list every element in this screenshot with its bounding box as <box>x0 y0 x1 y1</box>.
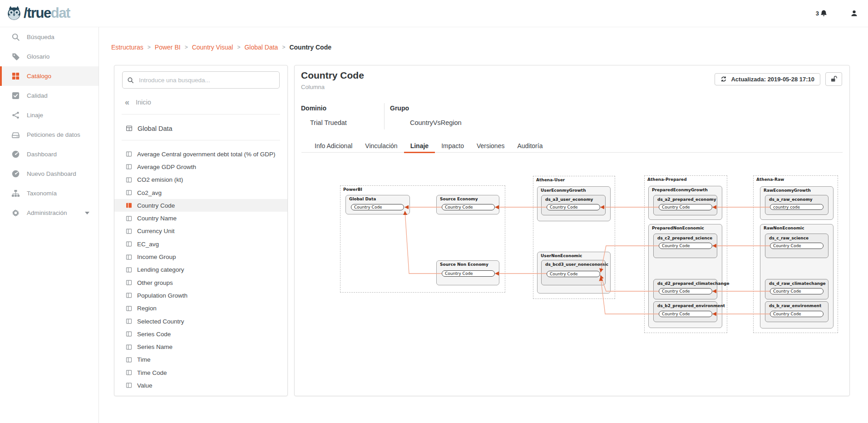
user-menu-button[interactable] <box>850 10 858 17</box>
columns-icon <box>126 305 132 312</box>
column-list: Average Central government debt total (%… <box>114 148 287 392</box>
logo-name-light: dat <box>51 5 70 21</box>
lineage-field-pill[interactable]: Country Code <box>659 243 712 249</box>
column-item-other-groups[interactable]: Other groups <box>114 276 287 289</box>
column-item-label: Population Growth <box>137 292 190 299</box>
topbar-actions: 3 <box>816 0 858 27</box>
notifications-button[interactable]: 3 <box>816 10 828 17</box>
lineage-field-pill[interactable]: Country Code <box>659 204 712 210</box>
lineage-field-pill[interactable]: Country Code <box>442 204 495 210</box>
lineage-field-pill[interactable]: Country Code <box>659 288 712 294</box>
breadcrumb-current: Country Code <box>289 44 331 51</box>
column-item-currency-unit[interactable]: Currency Unit <box>114 225 287 238</box>
search-icon <box>11 33 20 41</box>
column-item-series-code[interactable]: Series Code <box>114 328 287 340</box>
column-item-income-group[interactable]: Income Group <box>114 250 287 263</box>
structure-search-box <box>122 71 280 89</box>
column-item-selected-country[interactable]: Selected Country <box>114 315 287 328</box>
columns-icon <box>126 292 132 299</box>
columns-icon <box>126 279 132 286</box>
column-item-lending-category[interactable]: Lending category <box>114 264 287 276</box>
sidebar-item-administracion[interactable]: Administración <box>0 203 99 223</box>
lineage-field-pill[interactable]: Country Code <box>659 311 712 317</box>
column-item-label: Value <box>137 382 155 389</box>
column-item-time[interactable]: Time <box>114 353 287 366</box>
column-item-ec-avg[interactable]: EC_avg <box>114 238 287 250</box>
sidebar-item-dashboard[interactable]: Dashboard <box>0 144 99 164</box>
breadcrumb-link-country-visual[interactable]: Country Visual <box>192 44 233 51</box>
tab-linaje[interactable]: Linaje <box>404 139 435 152</box>
column-item-population-growth[interactable]: Population Growth <box>114 289 287 302</box>
column-item-average-gdp-growth[interactable]: Average GDP Growth <box>114 160 287 173</box>
detail-tabs: Info AdicionalVinculaciónLinajeImpactoVe… <box>301 139 843 153</box>
breadcrumb-link-estructuras[interactable]: Estructuras <box>111 44 143 51</box>
sidebar-item-glosario[interactable]: Glosario <box>0 47 99 66</box>
lineage-group-label: Source Economy <box>440 197 478 201</box>
column-item-co2-avg[interactable]: Co2_avg <box>114 186 287 199</box>
sidebar-item-busqueda[interactable]: Búsqueda <box>0 27 99 47</box>
columns-icon <box>126 318 132 324</box>
back-to-home-button[interactable]: « Inicio <box>125 98 151 106</box>
column-item-series-name[interactable]: Series Name <box>114 340 287 353</box>
columns-icon <box>126 357 132 363</box>
sidebar-item-calidad[interactable]: Calidad <box>0 86 99 105</box>
breadcrumb-link-power-bi[interactable]: Power BI <box>155 44 181 51</box>
column-item-label: Selected Country <box>137 318 187 325</box>
lock-button[interactable] <box>825 72 842 86</box>
gauge-icon <box>11 150 20 159</box>
lineage-table-label: ds_d2_prepared_climatechange <box>657 281 730 286</box>
lineage-field-pill[interactable]: Country Code <box>770 311 824 317</box>
columns-icon <box>126 241 132 247</box>
tab-impacto[interactable]: Impacto <box>435 139 470 152</box>
field-value-dominio: Trial Truedat <box>310 119 347 126</box>
tab-auditoria[interactable]: Auditoría <box>511 139 549 152</box>
column-item-co2-emision-kt[interactable]: CO2 emision (kt) <box>114 174 287 186</box>
logo-link[interactable]: /truedat <box>6 5 70 21</box>
breadcrumb: Estructuras>Power BI>Country Visual>Glob… <box>111 44 331 51</box>
lineage-field-pill[interactable]: Country Code <box>547 204 600 210</box>
lineage-field-pill[interactable]: Country Code <box>351 204 404 210</box>
lineage-group-label: RawEconomyGrowth <box>764 188 811 193</box>
sidebar-item-nuevo-dashboard[interactable]: Nuevo Dashboard <box>0 164 99 184</box>
breadcrumb-link-global-data[interactable]: Global Data <box>244 44 278 51</box>
bell-icon <box>820 10 828 17</box>
logo-name-dark: true <box>27 5 51 21</box>
column-item-country-name[interactable]: Country Name <box>114 212 287 224</box>
field-label-grupo: Grupo <box>390 105 409 112</box>
parent-structure-item[interactable]: Global Data <box>126 124 173 132</box>
gauge-icon <box>11 169 20 178</box>
lineage-field-pill[interactable]: Country Code <box>442 270 495 277</box>
tab-versiones[interactable]: Versiones <box>470 139 511 152</box>
sidebar-item-taxonomia[interactable]: Taxonomía <box>0 184 99 203</box>
lineage-field-pill[interactable]: Country Code <box>770 243 824 249</box>
sidebar-item-label: Glosario <box>27 53 49 60</box>
lineage-diagram: PowerBIGlobal DataCountry CodeSource Eco… <box>336 173 843 339</box>
sidebar-item-catalogo[interactable]: Catálogo <box>0 66 99 86</box>
tab-vinculacion[interactable]: Vinculación <box>359 139 404 152</box>
lineage-field-pill[interactable]: Country Code <box>547 271 600 277</box>
lineage-field-pill[interactable]: Country Code <box>770 288 824 294</box>
column-item-time-code[interactable]: Time Code <box>114 366 287 379</box>
sidebar-item-label: Búsqueda <box>27 34 54 40</box>
column-item-value[interactable]: Value <box>114 379 287 392</box>
columns-icon <box>126 164 132 170</box>
sidebar-item-label: Dashboard <box>27 151 57 158</box>
lineage-field-pill[interactable]: country code <box>770 204 824 210</box>
refresh-updated-button[interactable]: Actualizada: 2019-05-28 17:10 <box>715 73 820 85</box>
column-item-average-central-government-debt-total-of-gdp[interactable]: Average Central government debt total (%… <box>114 148 287 160</box>
lineage-group-label: PreparedNonEconomic <box>652 226 704 230</box>
divider <box>122 140 280 140</box>
sidebar-item-peticiones-de-datos[interactable]: Peticiones de datos <box>0 125 99 144</box>
column-item-country-code[interactable]: Country Code <box>114 199 287 212</box>
lineage-group-label: Source Non Economy <box>440 262 488 267</box>
columns-icon <box>126 215 132 222</box>
column-item-region[interactable]: Region <box>114 302 287 315</box>
structure-search-input[interactable] <box>138 76 275 84</box>
sidebar-item-label: Linaje <box>27 112 43 119</box>
lineage-cluster-label: Athena-Raw <box>756 177 784 182</box>
sidebar-item-linaje[interactable]: Linaje <box>0 105 99 125</box>
column-item-label: Average Central government debt total (%… <box>137 151 278 158</box>
breadcrumb-separator: > <box>282 44 285 50</box>
tab-info-adicional[interactable]: Info Adicional <box>308 139 359 152</box>
column-item-label: Time Code <box>137 369 170 376</box>
